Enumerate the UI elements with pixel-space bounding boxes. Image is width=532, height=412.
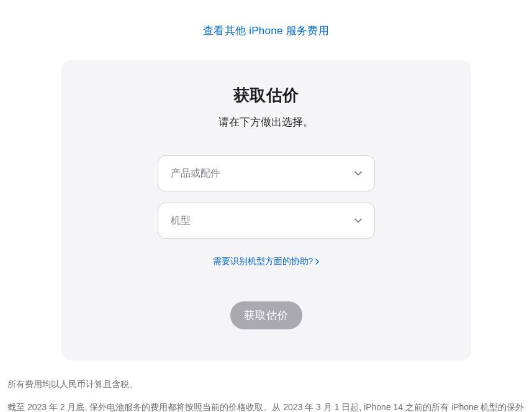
chevron-right-icon xyxy=(315,259,319,265)
model-select[interactable]: 机型 xyxy=(158,203,375,239)
chevron-down-icon xyxy=(354,217,362,224)
estimate-card: 获取估价 请在下方做出选择。 产品或配件 机型 需要识别机型方面的协助? 获取估… xyxy=(61,60,471,360)
product-select[interactable]: 产品或配件 xyxy=(158,155,375,191)
other-services-link[interactable]: 查看其他 iPhone 服务费用 xyxy=(0,0,532,53)
model-placeholder: 机型 xyxy=(171,214,191,227)
card-subtitle: 请在下方做出选择。 xyxy=(80,115,453,129)
footer-line-2: 截至 2023 年 2 月底, 保外电池服务的费用都将按照当前的价格收取。从 2… xyxy=(7,399,525,412)
help-link-text: 需要识别机型方面的协助? xyxy=(213,256,313,267)
product-placeholder: 产品或配件 xyxy=(171,167,220,180)
footer-disclaimer: 所有费用均以人民币计算且含税。 截至 2023 年 2 月底, 保外电池服务的费… xyxy=(0,360,532,412)
identify-model-help-link[interactable]: 需要识别机型方面的协助? xyxy=(213,256,320,267)
footer-line-1: 所有费用均以人民币计算且含税。 xyxy=(7,376,525,393)
chevron-down-icon xyxy=(354,170,362,177)
get-estimate-button[interactable]: 获取估价 xyxy=(230,301,302,329)
card-title: 获取估价 xyxy=(80,85,453,106)
